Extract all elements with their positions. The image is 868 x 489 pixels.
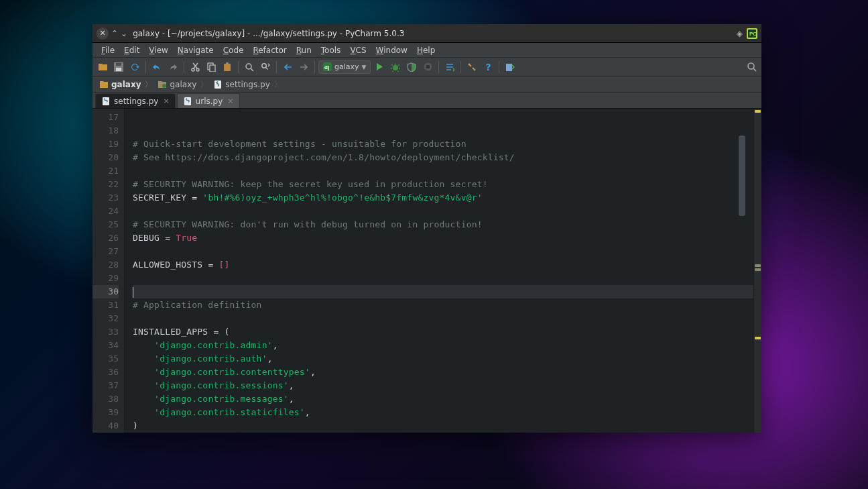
window-title: galaxy - [~/projects/galaxy] - .../galax… (133, 29, 737, 38)
svg-rect-21 (506, 64, 512, 71)
text-caret (133, 287, 133, 298)
coverage-icon[interactable] (404, 60, 419, 74)
settings-icon[interactable] (464, 60, 479, 74)
chevron-down-icon: ▼ (362, 64, 367, 70)
svg-point-7 (196, 68, 199, 71)
close-tab-icon[interactable]: × (163, 97, 169, 105)
error-stripe-marker[interactable] (755, 110, 761, 113)
back-icon[interactable] (280, 60, 295, 74)
svg-text:PC: PC (749, 31, 757, 37)
close-tab-icon[interactable]: × (227, 97, 233, 105)
menu-vcs[interactable]: VCS (345, 44, 371, 56)
sync-icon[interactable] (127, 60, 142, 74)
svg-rect-4 (116, 63, 121, 66)
svg-rect-27 (103, 97, 109, 105)
open-icon[interactable] (95, 60, 110, 74)
editor-tabs-bar: settings.py×urls.py× (92, 93, 761, 109)
svg-point-25 (216, 82, 218, 83)
main-toolbar: dj galaxy ▼ ? (92, 58, 761, 76)
menubar: FileEditViewNavigateCodeRefactorRunTools… (92, 43, 761, 58)
menu-edit[interactable]: Edit (119, 44, 144, 56)
svg-point-6 (192, 68, 194, 71)
editor-area: 1718192021222324252627282930313233343536… (92, 109, 761, 433)
menu-view[interactable]: View (144, 44, 172, 56)
svg-point-13 (262, 63, 266, 67)
svg-point-23 (162, 84, 166, 88)
run-icon[interactable] (372, 60, 387, 74)
menu-file[interactable]: File (97, 44, 119, 56)
svg-rect-28 (184, 97, 191, 105)
breadcrumb-item[interactable]: galaxy (97, 79, 155, 89)
copy-icon[interactable] (204, 60, 219, 74)
error-stripe-marker[interactable] (755, 268, 761, 271)
save-icon[interactable] (111, 60, 126, 74)
svg-rect-18 (426, 65, 430, 68)
svg-point-12 (246, 64, 251, 69)
search-everywhere-icon[interactable] (744, 60, 759, 74)
debug-icon[interactable] (388, 60, 403, 74)
svg-point-26 (219, 85, 221, 86)
menu-code[interactable]: Code (219, 44, 249, 56)
stop-icon[interactable] (420, 60, 435, 74)
code-viewport[interactable]: # Quick-start development settings - uns… (125, 109, 753, 433)
vertical-scrollbar-thumb[interactable] (739, 135, 745, 216)
run-config-label: galaxy (334, 62, 359, 71)
svg-rect-10 (224, 64, 231, 71)
vcs-update-icon[interactable] (442, 60, 457, 74)
help-icon[interactable]: ? (481, 60, 495, 74)
cut-icon[interactable] (188, 60, 202, 74)
undo-icon[interactable] (149, 60, 164, 74)
menu-refactor[interactable]: Refactor (248, 44, 291, 56)
breadcrumb-item[interactable]: settings.py (210, 79, 284, 89)
svg-point-20 (474, 68, 476, 70)
redo-icon[interactable] (166, 60, 180, 74)
window-up-button[interactable]: ⌃ (111, 29, 118, 38)
error-stripe-marker[interactable] (755, 337, 761, 339)
django-icon: dj (323, 62, 332, 71)
line-number-gutter[interactable]: 1718192021222324252627282930313233343536… (92, 109, 125, 433)
menu-navigate[interactable]: Navigate (173, 44, 219, 56)
svg-rect-9 (210, 65, 215, 72)
menu-tools[interactable]: Tools (316, 44, 346, 56)
marker-bar[interactable] (753, 109, 761, 433)
svg-point-22 (748, 63, 754, 69)
menu-window[interactable]: Window (371, 44, 412, 56)
pycharm-logo-icon: PC (747, 28, 757, 39)
menu-help[interactable]: Help (412, 44, 440, 56)
editor-tab[interactable]: settings.py× (95, 93, 176, 108)
titlebar: ✕ ⌃ ⌄ galaxy - [~/projects/galaxy] - ...… (92, 24, 761, 43)
svg-rect-5 (116, 68, 121, 71)
window-close-button[interactable]: ✕ (97, 28, 109, 40)
svg-text:dj: dj (324, 64, 329, 70)
task-icon[interactable] (503, 60, 517, 74)
run-config-selector[interactable]: dj galaxy ▼ (318, 60, 371, 74)
window-down-button[interactable]: ⌄ (121, 29, 127, 38)
forward-icon[interactable] (296, 60, 311, 74)
paste-icon[interactable] (220, 60, 235, 74)
breadcrumb-bar: galaxygalaxysettings.py (92, 76, 761, 93)
error-stripe-marker[interactable] (755, 264, 761, 267)
menu-run[interactable]: Run (292, 44, 316, 56)
editor-tab[interactable]: urls.py× (177, 93, 240, 108)
pycharm-window: ✕ ⌃ ⌄ galaxy - [~/projects/galaxy] - ...… (92, 24, 761, 433)
svg-point-19 (469, 63, 471, 65)
replace-icon[interactable] (258, 60, 273, 74)
roll-icon[interactable]: ◈ (737, 29, 743, 38)
svg-point-16 (393, 65, 398, 70)
breadcrumb-item[interactable]: galaxy (155, 79, 210, 89)
find-icon[interactable] (242, 60, 257, 74)
svg-rect-11 (226, 62, 229, 64)
